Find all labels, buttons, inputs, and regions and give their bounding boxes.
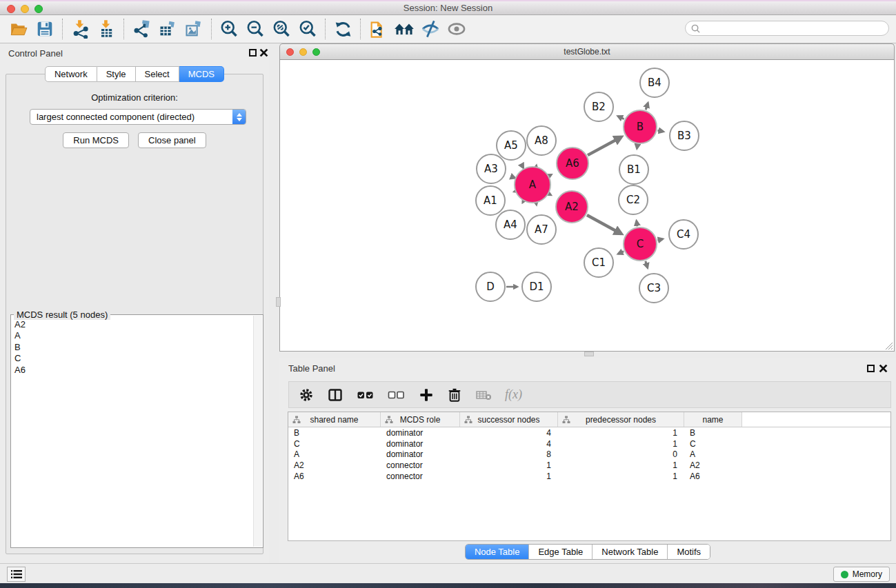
column-header-name[interactable]: name <box>684 412 742 427</box>
network-window-titlebar[interactable]: testGlobe.txt <box>279 43 895 60</box>
select-all-button[interactable] <box>357 387 375 403</box>
cell-MCDS-role[interactable]: connector <box>381 472 460 481</box>
vertical-scrollbar-stub[interactable] <box>276 297 281 307</box>
optimization-criterion-select[interactable]: largest connected component (directed) <box>30 109 246 125</box>
export-image-button[interactable] <box>181 17 207 41</box>
result-item[interactable]: A2 <box>14 319 263 330</box>
export-network-button[interactable] <box>128 17 155 41</box>
search-box[interactable] <box>685 21 889 36</box>
cell-shared-name[interactable]: C <box>288 439 381 449</box>
cell-predecessor-nodes[interactable]: 1 <box>558 460 684 470</box>
graph-edge-B-B4[interactable] <box>646 103 648 110</box>
tab-style[interactable]: Style <box>97 66 136 82</box>
search-input[interactable] <box>701 23 873 33</box>
tab-network-table[interactable]: Network Table <box>592 545 667 559</box>
export-table-button[interactable] <box>155 17 181 41</box>
function-builder-button[interactable]: f(x) <box>505 387 522 402</box>
window-resize-grip[interactable] <box>884 341 893 349</box>
cell-shared-name[interactable]: A <box>288 449 381 459</box>
delete-table-button[interactable] <box>475 388 492 402</box>
table-row-B[interactable]: Bdominator41B <box>288 427 890 438</box>
cell-successor-nodes[interactable]: 1 <box>460 460 558 470</box>
tab-select[interactable]: Select <box>136 66 179 82</box>
result-item[interactable]: B <box>14 342 263 353</box>
deselect-all-button[interactable] <box>388 387 406 403</box>
tab-edge-table[interactable]: Edge Table <box>528 545 592 559</box>
column-header-MCDS-role[interactable]: MCDS role <box>381 412 460 427</box>
cell-successor-nodes[interactable]: 8 <box>460 449 558 459</box>
table-options-button[interactable] <box>299 387 314 403</box>
network-canvas[interactable]: ABCA2A6A1A3A4A5A7A8B1B2B3B4C1C2C3C4DD1 <box>279 60 895 352</box>
delete-column-button[interactable] <box>447 387 462 403</box>
float-table-panel-icon[interactable] <box>867 365 875 372</box>
cell-MCDS-role[interactable]: dominator <box>381 449 460 459</box>
tab-mcds[interactable]: MCDS <box>179 66 224 82</box>
cell-MCDS-role[interactable]: connector <box>381 460 460 470</box>
cell-name[interactable]: A2 <box>684 460 742 470</box>
result-item[interactable]: A6 <box>14 365 263 376</box>
cell-shared-name[interactable]: B <box>288 428 381 438</box>
graph-edge-C-C3[interactable] <box>646 261 648 268</box>
cell-name[interactable]: B <box>684 428 742 438</box>
task-history-button[interactable] <box>7 567 26 582</box>
graph-edge-C-C2[interactable] <box>637 221 637 227</box>
minimize-window-button[interactable] <box>21 5 29 13</box>
network-minimize-button[interactable] <box>299 48 307 56</box>
close-panel-button[interactable]: Close panel <box>138 132 206 148</box>
network-close-button[interactable] <box>286 48 294 56</box>
column-header-successor-nodes[interactable]: successor nodes <box>460 412 558 427</box>
cell-successor-nodes[interactable]: 1 <box>460 472 558 481</box>
table-row-A2[interactable]: A2connector11A2 <box>288 460 890 471</box>
column-header-predecessor-nodes[interactable]: predecessor nodes <box>558 412 684 427</box>
tab-motifs[interactable]: Motifs <box>667 545 710 559</box>
graph-edge-B-B2[interactable] <box>618 116 624 119</box>
cell-predecessor-nodes[interactable]: 0 <box>558 449 684 459</box>
zoom-in-button[interactable] <box>216 17 242 41</box>
import-network-button[interactable] <box>67 17 93 41</box>
cell-name[interactable]: C <box>684 439 742 449</box>
new-network-from-file-button[interactable] <box>365 17 391 41</box>
graph-edge-C-C1[interactable] <box>618 252 624 254</box>
show-columns-button[interactable] <box>327 387 344 403</box>
import-table-button[interactable] <box>93 17 119 41</box>
zoom-window-button[interactable] <box>34 5 43 13</box>
table-row-C[interactable]: Cdominator41C <box>288 438 890 449</box>
cell-MCDS-role[interactable]: dominator <box>381 428 460 438</box>
cell-name[interactable]: A6 <box>684 472 742 481</box>
network-zoom-button[interactable] <box>312 48 320 56</box>
table-row-A[interactable]: Adominator80A <box>288 449 890 460</box>
graph-edge-A6-B[interactable] <box>588 137 621 155</box>
cell-successor-nodes[interactable]: 4 <box>460 428 558 438</box>
cell-successor-nodes[interactable]: 4 <box>460 439 558 449</box>
cell-name[interactable]: A <box>684 449 742 459</box>
result-item[interactable]: C <box>14 353 263 364</box>
memory-button[interactable]: Memory <box>833 567 890 582</box>
graph-edge-C-C4[interactable] <box>657 239 662 241</box>
cell-predecessor-nodes[interactable]: 1 <box>558 439 684 449</box>
toggle-details-button[interactable] <box>417 17 444 41</box>
result-item[interactable]: A <box>14 330 263 341</box>
zoom-selected-button[interactable] <box>295 17 321 41</box>
cell-shared-name[interactable]: A6 <box>288 472 381 481</box>
table-row-A6[interactable]: A6connector11A6 <box>288 471 890 482</box>
save-session-button[interactable] <box>32 17 58 41</box>
zoom-out-button[interactable] <box>242 17 268 41</box>
graph-edge-B-B1[interactable] <box>637 145 637 149</box>
home-view-button[interactable] <box>391 17 417 41</box>
graph-edge-A-A4[interactable] <box>523 202 524 203</box>
column-header-shared-name[interactable]: shared name <box>288 412 381 427</box>
run-mcds-button[interactable]: Run MCDS <box>63 132 129 148</box>
result-scrollbar[interactable] <box>253 316 262 547</box>
horizontal-scrollbar-stub[interactable] <box>584 352 594 356</box>
show-graphics-details-button[interactable] <box>444 17 470 41</box>
close-panel-icon[interactable] <box>259 48 268 57</box>
graph-edge-A2-C[interactable] <box>587 215 621 234</box>
cell-MCDS-role[interactable]: dominator <box>381 439 460 449</box>
close-window-button[interactable] <box>7 5 15 13</box>
close-table-panel-icon[interactable] <box>879 364 888 373</box>
cell-predecessor-nodes[interactable]: 1 <box>558 428 684 438</box>
graph-edge-B-B3[interactable] <box>657 130 663 132</box>
float-panel-icon[interactable] <box>249 49 257 57</box>
cell-predecessor-nodes[interactable]: 1 <box>558 472 684 481</box>
tab-node-table[interactable]: Node Table <box>466 545 529 559</box>
